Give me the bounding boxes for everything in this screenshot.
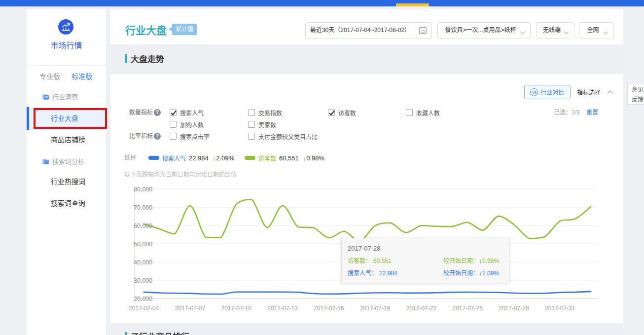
sidebar-item-2[interactable]: 商品店铺榜 <box>27 130 106 149</box>
legend-swatch <box>245 156 255 160</box>
indicator-row-2: 比率指标?搜索点击率支付金额较父类目占比 <box>110 131 623 141</box>
sidebar-item-4[interactable]: 行业热搜词 <box>27 172 106 191</box>
chevron-down-icon <box>520 29 525 36</box>
checkbox-unchecked[interactable] <box>248 121 255 128</box>
indicator-checkbox-支付金额较父类目占比[interactable]: 支付金额较父类目占比 <box>248 131 318 141</box>
books-icon <box>42 93 49 101</box>
legend-series-value: 22,984 <box>189 154 209 162</box>
sidebar-group-0: 行业洞察 <box>27 92 106 102</box>
legend-item-visitors[interactable]: 访客数60,551↓0.98% <box>245 153 324 163</box>
chevron-down-icon <box>564 29 569 36</box>
tooltip-series-value: 22,984 <box>379 270 397 277</box>
indicator-checkbox-搜索人气[interactable]: 搜索人气 <box>170 108 204 117</box>
series-line-搜索人气[interactable] <box>144 292 591 294</box>
checkbox-label: 搜索人气 <box>180 109 204 117</box>
tab-standard-version[interactable]: 标准版 <box>72 72 92 81</box>
feedback-widget[interactable]: 意见 反馈 <box>627 84 644 105</box>
x-tick-label: 2017-07-22 <box>406 305 437 312</box>
terminal-dropdown[interactable]: 无线端 <box>536 22 574 38</box>
x-tick-label: 2017-07-31 <box>545 305 575 312</box>
question-mark-icon[interactable]: ? <box>154 109 161 116</box>
checkbox-unchecked[interactable] <box>170 133 177 140</box>
legend-item-search[interactable]: 搜索人气22,984↓2.09% <box>148 153 234 163</box>
date-range-picker[interactable]: 最近30天（2017-07-04~2017-08-02） 15 <box>305 22 432 38</box>
indicator-checkbox-交易指数[interactable]: 交易指数 <box>248 108 282 117</box>
quantity-indicators-label: 数量指标 <box>129 108 153 117</box>
market-quotes-logo <box>58 19 73 35</box>
x-tick-label: 2017-07-19 <box>360 305 391 312</box>
checkbox-label: 收藏人数 <box>416 109 440 117</box>
checkbox-label: 加购人数 <box>180 120 204 129</box>
sidebar-item-5[interactable]: 搜索词查询 <box>27 193 106 213</box>
checkbox-label: 访客数 <box>338 109 356 117</box>
menu-item-label: 商品店铺榜 <box>27 136 85 144</box>
legend-series-value: 60,551 <box>279 154 299 162</box>
down-arrow-icon: ↓ <box>303 154 306 162</box>
indicator-checkbox-搜索点击率[interactable]: 搜索点击率 <box>170 131 210 141</box>
y-tick-label: 80,000 <box>134 186 152 193</box>
trend-section-header: 大盘走势 <box>125 52 164 65</box>
tooltip-series-label: 访客数： <box>348 258 371 264</box>
tooltip-row-visitors: 访客数：60,551较开始日期：↓0.98% <box>348 256 508 266</box>
indicator-row-0: 数量指标?搜索人气交易指数访客数收藏人数 <box>110 108 623 117</box>
y-tick-label: 60,000 <box>134 223 152 229</box>
tooltip-compare-label: 较开始日期： <box>443 258 479 264</box>
main-content: 行业大盘 累计值 最近30天（2017-07-04~2017-08-02） 15… <box>110 0 623 335</box>
date-box-divider <box>415 23 415 38</box>
tooltip-date: 2017-07-28 <box>348 245 381 252</box>
checkbox-checked[interactable] <box>328 109 335 116</box>
trend-chart-icon <box>58 19 73 35</box>
legend-swatch <box>148 156 159 160</box>
reset-link[interactable]: 重置 <box>586 108 598 117</box>
indicator-checkbox-访客数[interactable]: 访客数 <box>328 108 356 117</box>
trend-panel: vs 行业对比 指标选择 数量指标?搜索人气交易指数访客数收藏人数加购人数卖家数… <box>110 74 623 323</box>
checkbox-unchecked[interactable] <box>248 133 255 140</box>
selected-count: 已选：2/3 <box>554 108 580 117</box>
chevron-down-icon <box>603 29 608 36</box>
x-tick-label: 2017-07-25 <box>452 305 483 312</box>
down-arrow-icon: ↓ <box>479 258 482 264</box>
tooltip-compare-label: 较开始日期： <box>443 270 479 277</box>
tooltip-row-search: 搜索人气：22,984较开始日期：↓2.09% <box>348 268 508 278</box>
indicator-select-label: 指标选择 <box>577 88 601 96</box>
menu-item-label: 搜索词查询 <box>27 199 85 207</box>
industry-compare-button[interactable]: vs 行业对比 <box>524 85 571 99</box>
app: 市场行情 专业版 标准版 行业洞察行业大盘商品店铺榜搜索词分析行业热搜词搜索词查… <box>0 0 644 335</box>
menu-item-label: 行业热搜词 <box>27 178 85 186</box>
checkbox-label: 支付金额较父类目占比 <box>258 132 318 141</box>
y-tick-label: 20,000 <box>134 296 152 302</box>
chart-legend: 纸杯 搜索人气22,984↓2.09% 访客数60,551↓0.98% <box>110 153 623 163</box>
section-marker <box>125 54 127 63</box>
checkbox-unchecked[interactable] <box>406 109 413 116</box>
chart-tooltip: 2017-07-28 访客数：60,551较开始日期：↓0.98% 搜索人气：2… <box>341 238 509 283</box>
chevron-up-icon <box>607 90 613 94</box>
legend-series-change: 0.98% <box>306 154 324 162</box>
ratio-indicators-label: 比率指标 <box>129 131 153 141</box>
checkbox-unchecked[interactable] <box>170 121 177 128</box>
legend-category: 纸杯 <box>124 153 136 163</box>
indicator-checkbox-收藏人数[interactable]: 收藏人数 <box>406 108 440 117</box>
indicator-select-toggle[interactable]: 指标选择 <box>577 87 613 97</box>
tooltip-series-value: 60,551 <box>373 258 392 264</box>
x-tick-label: 2017-07-16 <box>314 305 344 312</box>
tab-pro-version[interactable]: 专业版 <box>39 72 60 81</box>
series-line-访客数[interactable] <box>144 200 591 242</box>
scope-dropdown[interactable]: 全网 <box>579 22 614 38</box>
indicator-checkbox-卖家数[interactable]: 卖家数 <box>248 119 276 129</box>
chart-note: 以下涨跌幅均为当前日期与起始日期的比值 <box>124 170 237 178</box>
checkbox-checked[interactable] <box>170 109 177 116</box>
checkbox-label: 交易指数 <box>258 109 282 117</box>
indicator-checkbox-加购人数[interactable]: 加购人数 <box>170 119 204 129</box>
product-name: 市场行情 <box>27 39 106 51</box>
checkbox-unchecked[interactable] <box>248 109 255 116</box>
tooltip-change-value: 0.98% <box>482 258 499 264</box>
question-mark-icon[interactable]: ? <box>154 133 161 140</box>
indicator-row-1: 加购人数卖家数 <box>110 119 623 129</box>
svg-text:15: 15 <box>421 29 425 34</box>
down-arrow-icon: ↓ <box>479 270 482 277</box>
section-marker <box>125 332 127 335</box>
category-dropdown[interactable]: 餐饮具>一次...桌用品>纸杯 <box>437 22 531 38</box>
y-tick-label: 30,000 <box>134 277 152 284</box>
feedback-line2: 反馈 <box>632 95 644 105</box>
sidebar-divider <box>27 65 106 66</box>
